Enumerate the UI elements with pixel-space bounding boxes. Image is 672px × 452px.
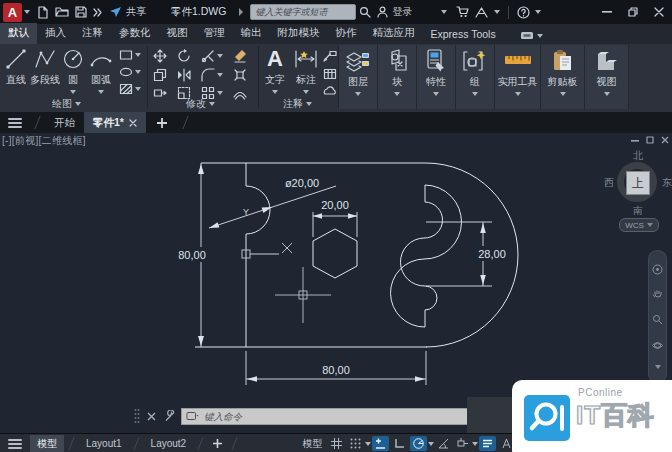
autodesk-caret-icon[interactable]: [494, 10, 500, 14]
arc-tool-button[interactable]: 圆弧: [86, 47, 116, 94]
sign-in-button[interactable]: 登录: [374, 1, 415, 23]
command-input[interactable]: [202, 410, 436, 423]
nav-orbit-icon[interactable]: [652, 340, 663, 351]
mirror-tool-button[interactable]: [177, 68, 191, 82]
ribbon-tab-view[interactable]: 视图: [159, 23, 196, 44]
ribbon-tab-annotate[interactable]: 注释: [74, 23, 111, 44]
drawing-tab[interactable]: 零件1*: [84, 112, 146, 133]
viewcube-top-face[interactable]: 上: [626, 171, 650, 195]
rotate-tool-button[interactable]: [177, 49, 191, 63]
groups-panel-button[interactable]: 组: [456, 45, 495, 109]
rectangle-tool-button[interactable]: [119, 49, 141, 61]
erase-tool-button[interactable]: [233, 49, 247, 63]
stretch-tool-button[interactable]: [153, 86, 167, 100]
ribbon-tab-home[interactable]: 默认: [0, 23, 37, 44]
autodesk-account-button[interactable]: [472, 1, 491, 23]
help-button[interactable]: [514, 1, 533, 23]
block-flyout-caret-icon[interactable]: [394, 92, 400, 96]
start-tab[interactable]: 开始: [45, 112, 84, 133]
new-file-button[interactable]: [34, 1, 52, 23]
groups-flyout-caret-icon[interactable]: [472, 92, 478, 96]
ribbon-tab-express[interactable]: Express Tools: [423, 25, 504, 44]
view-flyout-caret-icon[interactable]: [604, 92, 610, 96]
viewcube-east-label[interactable]: 东: [662, 176, 672, 190]
utilities-panel-button[interactable]: 实用工具: [495, 45, 541, 109]
arc-flyout-caret-icon[interactable]: [98, 90, 104, 94]
ortho-toggle[interactable]: [391, 436, 408, 451]
object-snap-tracking-toggle[interactable]: [454, 436, 471, 451]
annotation-extra-button[interactable]: [323, 85, 337, 97]
grid-toggle[interactable]: [328, 436, 345, 451]
model-tab[interactable]: 模型: [30, 435, 64, 452]
ribbon-tab-collaborate[interactable]: 协作: [328, 23, 365, 44]
layers-flyout-caret-icon[interactable]: [355, 92, 361, 96]
layout1-tab[interactable]: Layout1: [79, 436, 129, 451]
table-tool-button[interactable]: [323, 68, 337, 80]
search-scope-caret-icon[interactable]: [238, 8, 244, 16]
app-menu-caret-icon[interactable]: [24, 10, 30, 14]
restore-button[interactable]: [620, 1, 646, 23]
snap-toggle[interactable]: [347, 436, 364, 451]
status-menu-button[interactable]: [8, 439, 22, 449]
viewcube[interactable]: 北 南 西 东 上 WCS: [607, 147, 669, 233]
isodraft-toggle[interactable]: [435, 436, 452, 451]
ribbon-display-toggle[interactable]: [512, 28, 551, 44]
modify-panel-label[interactable]: 修改: [186, 97, 215, 111]
new-layout-button[interactable]: [212, 438, 223, 449]
ribbon-tab-parametric[interactable]: 参数化: [111, 23, 159, 44]
draw-panel-label[interactable]: 绘图: [52, 97, 81, 111]
annotate-panel-label[interactable]: 注释: [283, 97, 312, 111]
command-input-bar[interactable]: [181, 408, 473, 425]
text-tool-button[interactable]: A 文字: [262, 47, 288, 94]
view-panel-button[interactable]: 视图: [585, 45, 629, 109]
polyline-tool-button[interactable]: 多段线: [26, 47, 64, 87]
command-bar[interactable]: [133, 406, 473, 426]
minimize-button[interactable]: [594, 1, 620, 23]
dynamic-input-toggle[interactable]: [372, 436, 389, 451]
close-tab-icon[interactable]: [129, 119, 137, 127]
polar-caret-icon[interactable]: [428, 442, 434, 446]
command-customize-wrench-icon[interactable]: [164, 410, 176, 422]
utilities-flyout-caret-icon[interactable]: [515, 92, 521, 96]
viewcube-south-label[interactable]: 南: [633, 204, 643, 218]
polar-tracking-toggle[interactable]: [410, 436, 427, 451]
object-snap-toggle[interactable]: [479, 436, 496, 451]
properties-panel-button[interactable]: 特性: [417, 45, 456, 109]
open-file-button[interactable]: [52, 1, 72, 23]
account-caret-icon[interactable]: [441, 10, 447, 14]
ribbon-tab-manage[interactable]: 管理: [196, 23, 233, 44]
hatch-tool-button[interactable]: [119, 83, 141, 95]
command-drag-handle[interactable]: [133, 408, 141, 424]
text-flyout-caret-icon[interactable]: [272, 90, 278, 94]
clipboard-panel-button[interactable]: 剪贴板: [541, 45, 585, 109]
explode-tool-button[interactable]: [233, 68, 247, 82]
trim-tool-button[interactable]: [201, 49, 223, 63]
ribbon-tab-addins[interactable]: 附加模块: [270, 23, 328, 44]
copy-tool-button[interactable]: [153, 68, 167, 82]
search-button[interactable]: [356, 1, 374, 23]
wcs-menu-button[interactable]: WCS: [619, 218, 659, 232]
ellipse-tool-button[interactable]: [119, 66, 141, 78]
clipboard-flyout-caret-icon[interactable]: [560, 92, 566, 96]
app-store-button[interactable]: [453, 1, 472, 23]
ribbon-tab-output[interactable]: 输出: [233, 23, 270, 44]
toolbar-overflow-button[interactable]: [90, 1, 106, 23]
properties-flyout-caret-icon[interactable]: [433, 92, 439, 96]
snap-caret-icon[interactable]: [365, 442, 371, 446]
layout2-tab[interactable]: Layout2: [144, 436, 194, 451]
file-tab-menu-button[interactable]: [8, 118, 22, 128]
nav-pan-icon[interactable]: [652, 289, 663, 300]
nav-wheel-icon[interactable]: [652, 264, 663, 275]
nav-zoom-icon[interactable]: [652, 314, 663, 325]
app-logo-icon[interactable]: A: [3, 3, 22, 22]
circle-flyout-caret-icon[interactable]: [70, 90, 76, 94]
nav-more-caret-icon[interactable]: [655, 365, 661, 369]
navigation-bar[interactable]: [648, 250, 667, 383]
otrack-caret-icon[interactable]: [472, 442, 478, 446]
new-drawing-tab-button[interactable]: [156, 117, 168, 129]
viewcube-north-label[interactable]: 北: [633, 149, 643, 163]
share-button[interactable]: 共享: [106, 1, 149, 23]
circle-tool-button[interactable]: 圆: [60, 47, 86, 94]
dimension-flyout-caret-icon[interactable]: [303, 90, 309, 94]
close-button[interactable]: [646, 1, 672, 23]
